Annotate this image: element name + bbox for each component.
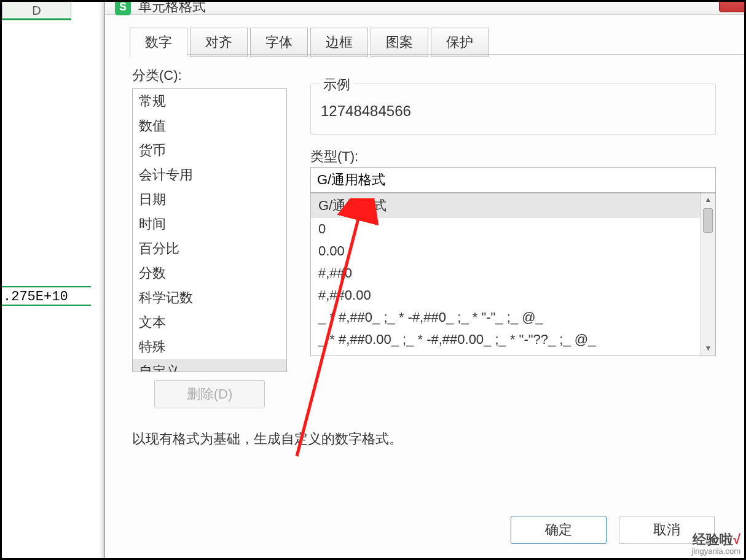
example-label: 示例 bbox=[320, 76, 354, 94]
scroll-up-icon[interactable]: ▲ bbox=[701, 193, 715, 207]
tab-border[interactable]: 边框 bbox=[310, 28, 368, 57]
watermark-text: 经验啦√ bbox=[692, 532, 741, 547]
tab-font[interactable]: 字体 bbox=[250, 28, 308, 57]
type-item[interactable]: 0.00 bbox=[311, 240, 701, 262]
tab-underline bbox=[130, 54, 746, 55]
close-button[interactable] bbox=[719, 0, 746, 12]
category-item-general[interactable]: 常规 bbox=[133, 89, 286, 114]
category-item-date[interactable]: 日期 bbox=[133, 187, 286, 212]
dialog-title: 单元格格式 bbox=[138, 0, 206, 16]
example-value: 12748484566 bbox=[321, 103, 411, 120]
type-list[interactable]: G/通用格式 0 0.00 #,##0 #,##0.00 _ * #,##0_ … bbox=[310, 193, 716, 356]
description-text: 以现有格式为基础，生成自定义的数字格式。 bbox=[132, 430, 402, 448]
tab-pattern[interactable]: 图案 bbox=[371, 28, 428, 57]
category-item-special[interactable]: 特殊 bbox=[133, 335, 286, 359]
type-label: 类型(T): bbox=[310, 147, 358, 166]
type-item[interactable]: G/通用格式 bbox=[311, 193, 701, 218]
category-item-scientific[interactable]: 科学记数 bbox=[133, 286, 286, 310]
tab-number[interactable]: 数字 bbox=[130, 28, 187, 57]
type-input[interactable] bbox=[310, 167, 716, 193]
type-item[interactable]: 0 bbox=[311, 218, 701, 240]
tab-protect[interactable]: 保护 bbox=[431, 28, 489, 57]
watermark-url: jingyanla.com bbox=[692, 547, 741, 556]
type-item[interactable]: _ * #,##0_ ;_ * -#,##0_ ;_ * "-"_ ;_ @_ bbox=[311, 306, 701, 329]
category-item-accounting[interactable]: 会计专用 bbox=[133, 163, 286, 187]
spreadsheet-background: D .275E+10 bbox=[2, 2, 106, 558]
selected-cell[interactable]: .275E+10 bbox=[2, 286, 91, 306]
app-icon: S bbox=[115, 0, 131, 15]
category-item-currency[interactable]: 货币 bbox=[133, 138, 286, 163]
example-box: 示例 12748484566 bbox=[310, 84, 716, 135]
category-item-text[interactable]: 文本 bbox=[133, 310, 286, 335]
dialog-titlebar: S 单元格格式 bbox=[105, 0, 746, 15]
category-item-time[interactable]: 时间 bbox=[133, 212, 286, 236]
tab-align[interactable]: 对齐 bbox=[190, 28, 248, 57]
scroll-thumb[interactable] bbox=[703, 208, 713, 233]
column-header-d[interactable]: D bbox=[2, 2, 71, 20]
category-item-fraction[interactable]: 分数 bbox=[133, 261, 286, 286]
watermark: 经验啦√ jingyanla.com bbox=[692, 532, 741, 556]
category-item-percentage[interactable]: 百分比 bbox=[133, 236, 286, 261]
type-item[interactable]: #,##0 bbox=[311, 262, 701, 284]
ok-button[interactable]: 确定 bbox=[511, 516, 607, 544]
category-list[interactable]: 常规 数值 货币 会计专用 日期 时间 百分比 分数 科学记数 文本 特殊 自定… bbox=[132, 88, 287, 372]
delete-button: 删除(D) bbox=[154, 380, 265, 408]
scroll-down-icon[interactable]: ▼ bbox=[701, 342, 715, 356]
category-item-number[interactable]: 数值 bbox=[133, 114, 286, 138]
tab-bar: 数字 对齐 字体 边框 图案 保护 bbox=[130, 27, 491, 56]
type-item[interactable]: _ * #,##0.00_ ;_ * -#,##0.00_ ;_ * "-"??… bbox=[311, 329, 701, 351]
type-item[interactable]: #,##0.00 bbox=[311, 284, 701, 306]
type-scrollbar[interactable]: ▲ ▼ bbox=[701, 193, 715, 356]
cell-format-dialog: S 单元格格式 数字 对齐 字体 边框 图案 保护 分类(C): 常规 数值 货… bbox=[104, 0, 746, 560]
type-list-inner: G/通用格式 0 0.00 #,##0 #,##0.00 _ * #,##0_ … bbox=[311, 193, 701, 356]
category-item-custom[interactable]: 自定义 bbox=[133, 359, 286, 372]
category-label: 分类(C): bbox=[132, 66, 182, 85]
